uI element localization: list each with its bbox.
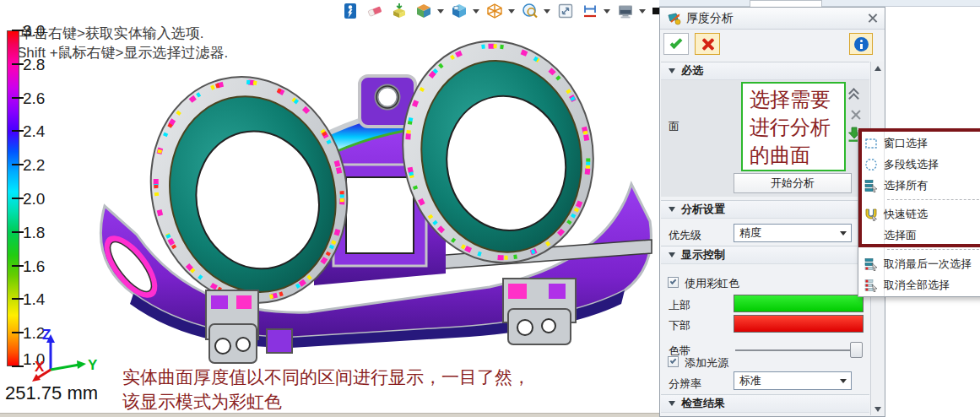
quick-chain-select-icon: [858, 208, 884, 221]
clear-selection-icon[interactable]: [850, 109, 861, 120]
menu-item-select-all[interactable]: 选择所有: [858, 175, 980, 196]
menu-item-polyline-select[interactable]: 多段线选择: [858, 154, 980, 175]
menu-separator: [858, 196, 980, 203]
window-bottom-border: [0, 413, 764, 417]
operator-icon[interactable]: [341, 2, 360, 20]
display-mode-dropdown-arrow[interactable]: [639, 9, 646, 14]
menu-item-window-select[interactable]: 窗口选择: [858, 133, 980, 154]
select-all-icon: [858, 179, 884, 192]
scroll-up-icon[interactable]: [871, 62, 884, 74]
dock-top-tab[interactable]: [750, 0, 822, 7]
section-analysis-settings[interactable]: 分析设置: [661, 200, 869, 219]
model-bracket-left: [206, 290, 258, 363]
collapse-arrow-icon: [669, 401, 675, 406]
ok-button[interactable]: [663, 33, 689, 55]
section-check-results[interactable]: 检查结果: [661, 394, 869, 413]
view-toolbar: [341, 1, 670, 21]
measure-icon[interactable]: [581, 2, 599, 20]
priority-label: 优先级: [669, 228, 701, 243]
zoom-dropdown-arrow[interactable]: [544, 9, 550, 14]
axis-triad: Z Y X: [24, 328, 100, 387]
chevron-down-icon: [840, 231, 847, 236]
lower-label: 下部: [669, 318, 690, 333]
shaded-view-icon[interactable]: [414, 2, 433, 20]
cancel-all-select-icon: [858, 279, 884, 292]
polyline-select-icon: [858, 158, 884, 171]
menu-item-quick-chain-select[interactable]: 快速链选: [858, 203, 980, 225]
thickness-analysis-dialog: 厚度分析 必选 面 开始分析 分析设置 优先级 精度: [659, 7, 885, 417]
collapse-arrow-icon: [669, 252, 675, 257]
thickness-analysis-icon: [667, 11, 681, 25]
model-3d-instrument-cluster[interactable]: [93, 41, 658, 374]
checkmark-icon: [670, 357, 677, 364]
band-slider-handle[interactable]: [850, 342, 863, 358]
selection-context-menu: 窗口选择 多段线选择 选择所有 快速链选 选择面 取消最后一次选择: [858, 130, 980, 297]
start-analysis-button[interactable]: 开始分析: [734, 173, 852, 193]
zoom-icon[interactable]: [521, 2, 539, 20]
dialog-title: 厚度分析: [686, 11, 734, 26]
chevron-down-icon: [840, 379, 847, 383]
section-display-control[interactable]: 显示控制: [661, 246, 869, 264]
model-bracket-right: [503, 279, 576, 344]
resolution-dropdown[interactable]: 标准: [734, 371, 852, 390]
cancel-button[interactable]: [695, 33, 720, 55]
rainbow-label: 使用彩虹色: [685, 276, 739, 291]
wireframe-view-icon[interactable]: [485, 2, 504, 20]
collapse-list-icon[interactable]: [849, 89, 861, 100]
section-required[interactable]: 必选: [661, 62, 869, 80]
info-button[interactable]: [849, 33, 873, 55]
collapse-arrow-icon: [669, 207, 675, 212]
annotation-select-faces-note: 选择需要进行分析的曲面: [741, 82, 846, 171]
menu-item-cancel-last-select[interactable]: 取消最后一次选择: [858, 253, 980, 274]
rainbow-checkbox[interactable]: [668, 277, 679, 288]
close-icon[interactable]: [867, 13, 878, 24]
menu-separator: [858, 246, 980, 253]
face-label: 面: [669, 119, 680, 134]
shaded-view-dropdown-arrow[interactable]: [437, 9, 444, 14]
scroll-down-icon[interactable]: [871, 403, 884, 415]
nx-thickness-analysis-window: <单击右键>获取实体输入选项. <Shift +鼠标右键>显示选择过滤器. 3.…: [0, 0, 980, 417]
annotation-bottom-note: 实体曲面厚度值以不同的区间进行显示，一目了然， 该显示模式为彩虹色: [122, 365, 530, 414]
model-center-opening: [346, 177, 414, 253]
light-checkbox[interactable]: [668, 356, 679, 367]
wireframe-view-dropdown-arrow[interactable]: [508, 9, 515, 14]
resolution-label: 分辨率: [669, 376, 701, 392]
measurement-readout: 251.75 mm: [5, 382, 98, 404]
band-slider-track[interactable]: [735, 349, 862, 351]
red-x-icon: [701, 38, 714, 51]
cancel-last-select-icon: [858, 257, 884, 271]
menu-item-select-face[interactable]: 选择面: [858, 225, 980, 246]
extrude-icon[interactable]: [390, 2, 409, 20]
display-mode-icon[interactable]: [616, 2, 635, 20]
lower-color-swatch[interactable]: [734, 315, 864, 333]
measure-dropdown-arrow[interactable]: [604, 9, 610, 14]
window-select-icon: [858, 137, 884, 150]
axis-y-label: Y: [88, 357, 98, 373]
eraser-icon[interactable]: [365, 2, 384, 20]
collapse-arrow-icon: [669, 68, 675, 73]
light-label: 添加光源: [685, 355, 728, 371]
check-icon: [670, 36, 683, 49]
axis-x-label: X: [35, 359, 45, 375]
fit-view-icon[interactable]: [556, 2, 575, 20]
upper-label: 上部: [669, 298, 690, 313]
render-style-icon[interactable]: [450, 2, 468, 20]
model-tab-small: [267, 329, 292, 353]
info-icon: [854, 37, 869, 51]
dialog-titlebar[interactable]: 厚度分析: [660, 8, 885, 30]
priority-dropdown[interactable]: 精度: [734, 224, 852, 242]
axis-z-label: Z: [42, 328, 51, 343]
checkmark-icon: [670, 278, 677, 284]
menu-item-cancel-all-select[interactable]: 取消全部选择: [858, 274, 980, 295]
render-style-dropdown-arrow[interactable]: [473, 9, 479, 14]
upper-color-swatch[interactable]: [734, 295, 864, 312]
